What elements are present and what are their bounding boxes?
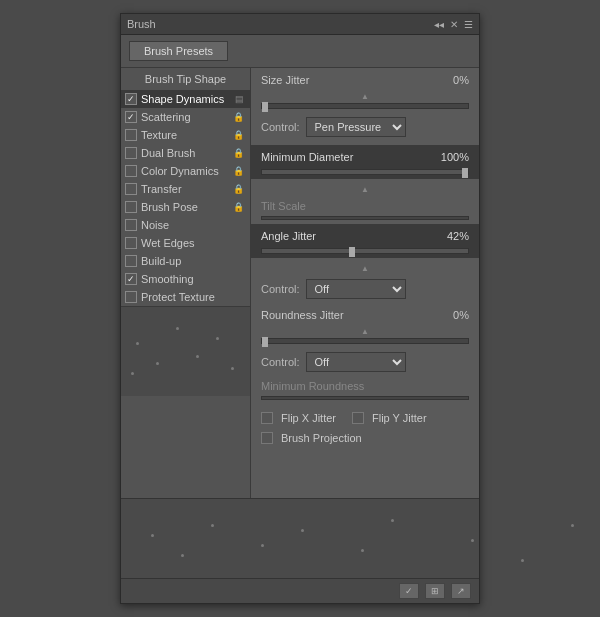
flip-x-row: Flip X Jitter xyxy=(261,412,336,424)
top-bar: Brush Presets xyxy=(121,35,479,68)
sidebar-label-wet-edges: Wet Edges xyxy=(141,237,244,249)
control-pen-pressure-row: Control: Pen Pressure xyxy=(251,113,479,141)
sidebar-item-color-dynamics[interactable]: Color Dynamics 🔒 xyxy=(121,162,250,180)
sidebar-item-dual-brush[interactable]: Dual Brush 🔒 xyxy=(121,144,250,162)
brush-projection-checkbox[interactable] xyxy=(261,432,273,444)
size-jitter-slider-row xyxy=(251,103,479,113)
lock-icon-color-dynamics: 🔒 xyxy=(233,166,244,176)
min-roundness-slider[interactable] xyxy=(261,396,469,400)
roundness-jitter-label: Roundness Jitter xyxy=(261,309,344,321)
page-icon: ▤ xyxy=(235,94,244,104)
flip-y-checkbox[interactable] xyxy=(352,412,364,424)
roundness-control-row: Control: Off xyxy=(251,348,479,376)
angle-control-select[interactable]: Off xyxy=(306,279,406,299)
angle-jitter-inner: Angle Jitter 42% xyxy=(251,224,479,248)
sidebar-item-scattering[interactable]: Scattering 🔒 xyxy=(121,108,250,126)
lock-icon-scattering: 🔒 xyxy=(233,112,244,122)
min-diameter-thumb[interactable] xyxy=(462,168,468,178)
lock-icon-transfer: 🔒 xyxy=(233,184,244,194)
sidebar-item-transfer[interactable]: Transfer 🔒 xyxy=(121,180,250,198)
panel-title: Brush xyxy=(127,18,156,30)
angle-control-label: Control: xyxy=(261,283,300,295)
flip-x-checkbox[interactable] xyxy=(261,412,273,424)
bottom-preview xyxy=(121,498,479,578)
sidebar-item-protect-texture[interactable]: Protect Texture xyxy=(121,288,250,306)
arrow-icon[interactable]: ↗ xyxy=(451,583,471,599)
roundness-jitter-row: Roundness Jitter 0% xyxy=(251,303,479,325)
close-icon[interactable]: ✕ xyxy=(450,19,458,30)
sidebar-item-brush-pose[interactable]: Brush Pose 🔒 xyxy=(121,198,250,216)
titlebar-icons: ◂◂ ✕ ☰ xyxy=(434,19,473,30)
min-diameter-inner: Minimum Diameter 100% xyxy=(251,145,479,169)
angle-jitter-slider[interactable] xyxy=(261,248,469,254)
size-jitter-slider[interactable] xyxy=(261,103,469,109)
panel-body: Brush Presets Brush Tip Shape Shape Dyna… xyxy=(121,35,479,603)
tilt-scale-slider[interactable] xyxy=(261,216,469,220)
left-panel: Brush Tip Shape Shape Dynamics ▤ Scatter… xyxy=(121,68,251,498)
grid-icon[interactable]: ⊞ xyxy=(425,583,445,599)
checkbox-noise[interactable] xyxy=(125,219,137,231)
menu-icon[interactable]: ☰ xyxy=(464,19,473,30)
brush-presets-button[interactable]: Brush Presets xyxy=(129,41,228,61)
checkbox-brush-pose[interactable] xyxy=(125,201,137,213)
roundness-jitter-value: 0% xyxy=(453,309,469,321)
checkbox-build-up[interactable] xyxy=(125,255,137,267)
roundness-control-select[interactable]: Off xyxy=(306,352,406,372)
checkbox-shape-dynamics[interactable] xyxy=(125,93,137,105)
flip-x-label: Flip X Jitter xyxy=(281,412,336,424)
sidebar-item-texture[interactable]: Texture 🔒 xyxy=(121,126,250,144)
size-jitter-value: 0% xyxy=(453,74,469,86)
sidebar-item-noise[interactable]: Noise xyxy=(121,216,250,234)
collapse-icon[interactable]: ◂◂ xyxy=(434,19,444,30)
sidebar-item-shape-dynamics[interactable]: Shape Dynamics ▤ xyxy=(121,90,250,108)
checkbox-transfer[interactable] xyxy=(125,183,137,195)
min-diameter-value: 100% xyxy=(441,151,469,163)
lock-icon-brush-pose: 🔒 xyxy=(233,202,244,212)
checkbox-wet-edges[interactable] xyxy=(125,237,137,249)
checkbox-scattering[interactable] xyxy=(125,111,137,123)
checkbox-color-dynamics[interactable] xyxy=(125,165,137,177)
brush-preview xyxy=(121,306,250,396)
min-diameter-row: Minimum Diameter 100% xyxy=(251,145,479,179)
sidebar-label-smoothing: Smoothing xyxy=(141,273,244,285)
sidebar-label-brush-pose: Brush Pose xyxy=(141,201,231,213)
tilt-scale-label: Tilt Scale xyxy=(251,196,479,216)
sidebar-label-build-up: Build-up xyxy=(141,255,244,267)
roundness-jitter-thumb[interactable] xyxy=(262,337,268,347)
angle-jitter-arrow: ▲ xyxy=(251,262,479,275)
flip-y-row: Flip Y Jitter xyxy=(352,412,427,424)
sidebar-item-wet-edges[interactable]: Wet Edges xyxy=(121,234,250,252)
brush-tip-header: Brush Tip Shape xyxy=(121,68,250,90)
sidebar-label-color-dynamics: Color Dynamics xyxy=(141,165,231,177)
flip-y-label: Flip Y Jitter xyxy=(372,412,427,424)
min-diameter-slider[interactable] xyxy=(261,169,469,175)
brush-panel: Brush ◂◂ ✕ ☰ Brush Presets Brush Tip Sha… xyxy=(120,13,480,604)
bottom-bar: ✓ ⊞ ↗ xyxy=(121,578,479,603)
roundness-control-label: Control: xyxy=(261,356,300,368)
sidebar-label-scattering: Scattering xyxy=(141,111,231,123)
angle-jitter-thumb[interactable] xyxy=(349,247,355,257)
sidebar-label-dual-brush: Dual Brush xyxy=(141,147,231,159)
control-select-pen-pressure[interactable]: Pen Pressure xyxy=(306,117,406,137)
dots-preview xyxy=(121,307,250,396)
sidebar-label-protect-texture: Protect Texture xyxy=(141,291,244,303)
checkbox-protect-texture[interactable] xyxy=(125,291,137,303)
size-jitter-label: Size Jitter xyxy=(261,74,309,86)
roundness-jitter-arrow: ▲ xyxy=(251,325,479,338)
checkmark-icon[interactable]: ✓ xyxy=(399,583,419,599)
checkbox-dual-brush[interactable] xyxy=(125,147,137,159)
angle-control-row: Control: Off xyxy=(251,275,479,303)
lock-icon-texture: 🔒 xyxy=(233,130,244,140)
size-jitter-thumb[interactable] xyxy=(262,102,268,112)
sidebar-item-smoothing[interactable]: Smoothing xyxy=(121,270,250,288)
min-diameter-slider-row xyxy=(251,169,479,179)
sidebar-item-build-up[interactable]: Build-up xyxy=(121,252,250,270)
min-roundness-label: Minimum Roundness xyxy=(251,376,479,396)
checkbox-smoothing[interactable] xyxy=(125,273,137,285)
roundness-jitter-slider[interactable] xyxy=(261,338,469,344)
flip-row: Flip X Jitter Flip Y Jitter xyxy=(251,408,479,428)
size-jitter-arrow: ▲ xyxy=(251,90,479,103)
angle-jitter-value: 42% xyxy=(447,230,469,242)
checkbox-texture[interactable] xyxy=(125,129,137,141)
lock-icon-dual-brush: 🔒 xyxy=(233,148,244,158)
